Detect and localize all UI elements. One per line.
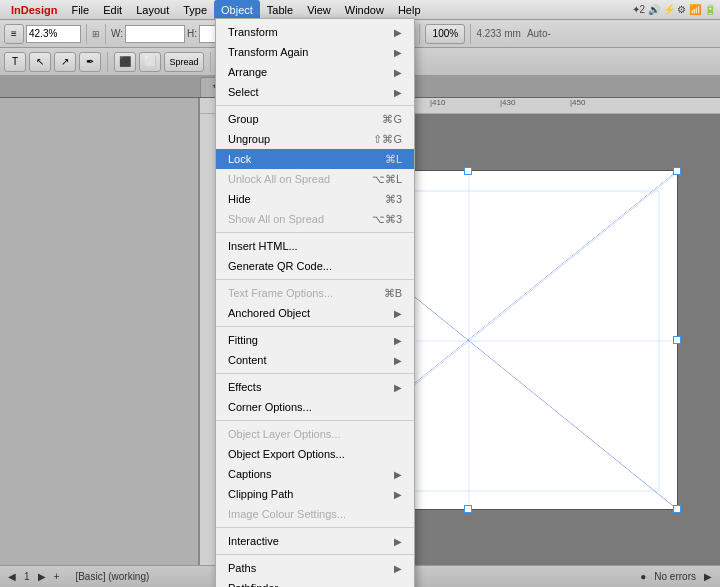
sep2 <box>105 24 106 44</box>
handle-mr[interactable] <box>673 336 681 344</box>
menubar-help[interactable]: Help <box>391 0 428 20</box>
menu-interactive[interactable]: Interactive ▶ <box>216 531 414 551</box>
sep-8 <box>216 554 414 555</box>
dot-icon: ● <box>640 571 646 582</box>
w-label: W: <box>111 28 123 39</box>
spread-btn[interactable]: Spread <box>164 52 204 72</box>
sep4 <box>419 24 420 44</box>
menubar: InDesign File Edit Layout Type Object Ta… <box>0 0 720 20</box>
menu-transform-again[interactable]: Transform Again ▶ <box>216 42 414 62</box>
menu-show-all: Show All on Spread ⌥⌘3 <box>216 209 414 229</box>
handle-tm[interactable] <box>464 167 472 175</box>
handle-bm[interactable] <box>464 505 472 513</box>
working-state: [Basic] (working) <box>75 571 149 582</box>
errors-arrow[interactable]: ▶ <box>704 571 712 582</box>
prev-page-btn[interactable]: ◀ <box>8 571 16 582</box>
align-center[interactable]: ⬜ <box>139 52 161 72</box>
sep-4 <box>216 326 414 327</box>
menu-pathfinder[interactable]: Pathfinder <box>216 578 414 587</box>
zoom-btn[interactable]: 100% <box>425 24 465 44</box>
h-label: H: <box>187 28 197 39</box>
menu-hide[interactable]: Hide ⌘3 <box>216 189 414 209</box>
menubar-view[interactable]: View <box>300 0 338 20</box>
menu-paths[interactable]: Paths ▶ <box>216 558 414 578</box>
menu-lock[interactable]: Lock ⌘L <box>216 149 414 169</box>
menu-generate-qr[interactable]: Generate QR Code... <box>216 256 414 276</box>
y-value-label: 4.233 mm <box>476 28 520 39</box>
menu-text-frame-options: Text Frame Options... ⌘B <box>216 283 414 303</box>
menu-captions[interactable]: Captions ▶ <box>216 464 414 484</box>
ruler-tick-450: |450 <box>570 98 585 107</box>
sep-1 <box>216 105 414 106</box>
status-icons: ✦2 🔊 ⚡ ⚙ 📶 🔋 <box>632 4 716 15</box>
sep-5 <box>216 373 414 374</box>
select-tool[interactable]: ↖ <box>29 52 51 72</box>
sep-2 <box>216 232 414 233</box>
auto-label: Auto- <box>527 28 551 39</box>
menu-effects[interactable]: Effects ▶ <box>216 377 414 397</box>
w-input[interactable]: 430 mm <box>125 25 185 43</box>
menu-fitting[interactable]: Fitting ▶ <box>216 330 414 350</box>
menu-ungroup[interactable]: Ungroup ⇧⌘G <box>216 129 414 149</box>
menu-image-colour-settings: Image Colour Settings... <box>216 504 414 524</box>
left-panel <box>0 98 200 565</box>
ruler-vertical <box>200 114 216 565</box>
sep-6 <box>216 420 414 421</box>
menu-select[interactable]: Select ▶ <box>216 82 414 102</box>
errors-label: No errors <box>654 571 696 582</box>
menubar-type[interactable]: Type <box>176 0 214 20</box>
menu-object-layer-options: Object Layer Options... <box>216 424 414 444</box>
menu-anchored-object[interactable]: Anchored Object ▶ <box>216 303 414 323</box>
menu-unlock-all: Unlock All on Spread ⌥⌘L <box>216 169 414 189</box>
menubar-layout[interactable]: Layout <box>129 0 176 20</box>
sep-7 <box>216 527 414 528</box>
menu-corner-options[interactable]: Corner Options... <box>216 397 414 417</box>
tsep2 <box>210 52 211 72</box>
sep-3 <box>216 279 414 280</box>
text-tool[interactable]: T <box>4 52 26 72</box>
menubar-table[interactable]: Table <box>260 0 300 20</box>
ruler-tick-430: |430 <box>500 98 515 107</box>
menubar-file[interactable]: File <box>64 0 96 20</box>
direct-select[interactable]: ↗ <box>54 52 76 72</box>
sep5 <box>470 24 471 44</box>
add-page-btn[interactable]: + <box>54 571 60 582</box>
zoom-input[interactable] <box>26 25 81 43</box>
align-left[interactable]: ⬛ <box>114 52 136 72</box>
menu-arrange[interactable]: Arrange ▶ <box>216 62 414 82</box>
pen-tool[interactable]: ✒ <box>79 52 101 72</box>
menubar-app[interactable]: InDesign <box>4 0 64 20</box>
page-number: 1 <box>24 571 30 582</box>
menu-transform[interactable]: Transform ▶ <box>216 22 414 42</box>
menubar-object[interactable]: Object <box>214 0 260 20</box>
menu-group[interactable]: Group ⌘G <box>216 109 414 129</box>
menu-insert-html[interactable]: Insert HTML... <box>216 236 414 256</box>
tsep1 <box>107 52 108 72</box>
handle-tr[interactable] <box>673 167 681 175</box>
handle-br[interactable] <box>673 505 681 513</box>
transform-box: ⊞ <box>92 29 100 39</box>
next-page-btn[interactable]: ▶ <box>38 571 46 582</box>
menubar-window[interactable]: Window <box>338 0 391 20</box>
dropdown: Transform ▶ Transform Again ▶ Arrange ▶ … <box>215 18 415 587</box>
menu-object-export-options[interactable]: Object Export Options... <box>216 444 414 464</box>
tools-toggle[interactable]: ≡ <box>4 24 24 44</box>
menu-clipping-path[interactable]: Clipping Path ▶ <box>216 484 414 504</box>
menu-content[interactable]: Content ▶ <box>216 350 414 370</box>
menubar-edit[interactable]: Edit <box>96 0 129 20</box>
ruler-tick-410: |410 <box>430 98 445 107</box>
sep1 <box>86 24 87 44</box>
